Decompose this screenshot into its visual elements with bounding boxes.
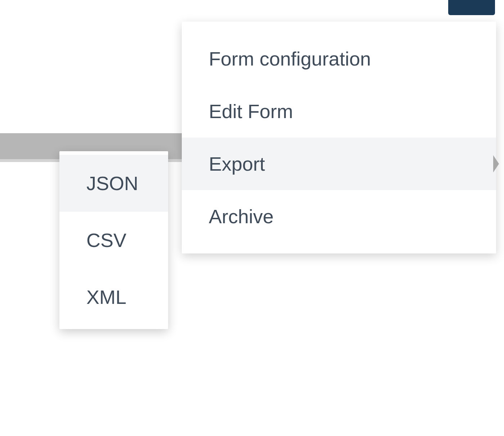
menu-item-export[interactable]: Export bbox=[182, 138, 496, 190]
menu-item-archive[interactable]: Archive bbox=[182, 190, 496, 243]
submenu-item-xml[interactable]: XML bbox=[59, 269, 168, 325]
menu-item-label: Archive bbox=[209, 205, 274, 228]
menu-item-edit-form[interactable]: Edit Form bbox=[182, 85, 496, 138]
primary-dropdown-menu: Form configuration Edit Form Export Arch… bbox=[182, 22, 496, 253]
submenu-item-label: XML bbox=[86, 286, 126, 308]
menu-item-label: Form configuration bbox=[209, 48, 371, 70]
export-submenu: JSON CSV XML bbox=[59, 151, 168, 329]
submenu-item-json[interactable]: JSON bbox=[59, 155, 168, 212]
dropdown-trigger-button[interactable] bbox=[448, 0, 495, 15]
submenu-item-label: JSON bbox=[86, 172, 138, 194]
menu-item-form-configuration[interactable]: Form configuration bbox=[182, 32, 496, 85]
submenu-item-csv[interactable]: CSV bbox=[59, 212, 168, 269]
submenu-item-label: CSV bbox=[86, 229, 126, 251]
chevron-right-icon bbox=[493, 155, 499, 172]
menu-item-label: Edit Form bbox=[209, 100, 293, 122]
menu-item-label: Export bbox=[209, 153, 265, 175]
